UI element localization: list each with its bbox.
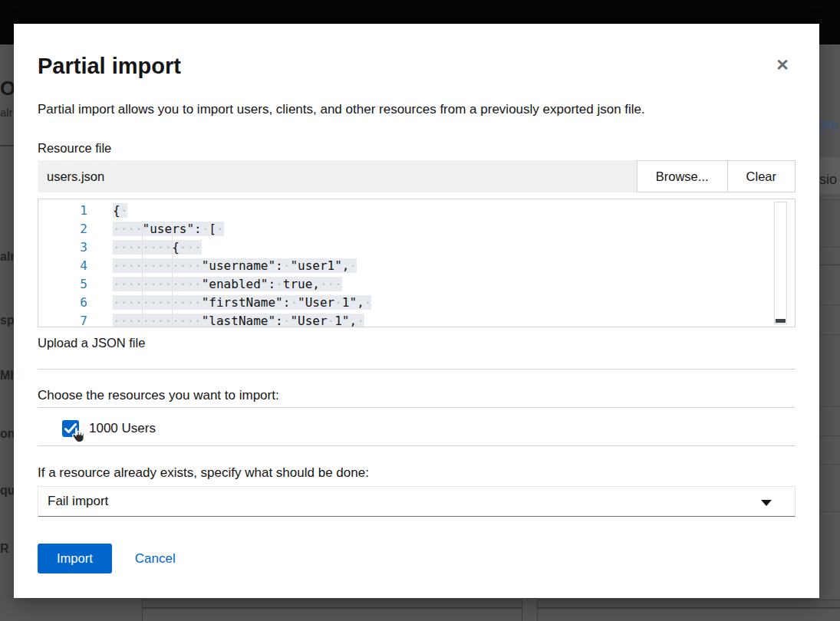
bg-divider (0, 145, 14, 146)
editor-scrollbar-thumb[interactable] (776, 319, 786, 323)
modal-title: Partial import (38, 53, 796, 79)
conflict-policy-select[interactable]: Fail import (38, 486, 796, 517)
divider (38, 407, 796, 408)
bg-row-line (819, 199, 840, 200)
divider (38, 369, 796, 370)
code-line: 3········{··· (38, 238, 795, 257)
editor-scrollbar[interactable] (774, 202, 787, 324)
bg-row-line (819, 304, 840, 305)
choose-resources-label: Choose the resources you want to import: (38, 388, 796, 403)
resource-file-label: Resource file (38, 140, 796, 156)
bg-text-fragment: sio (819, 172, 837, 188)
json-code-editor[interactable]: 1{·2····"users":·[·3········{···4·······… (38, 199, 796, 327)
bg-row-line (819, 334, 840, 335)
bg-row-line (819, 511, 840, 512)
clear-button[interactable]: Clear (727, 161, 795, 192)
file-buttons-group: Browse... Clear (637, 160, 796, 192)
bg-card (142, 600, 522, 621)
bg-text-fragment: R (0, 542, 9, 556)
file-upload-row: users.json Browse... Clear (38, 160, 796, 192)
divider (38, 445, 796, 446)
bg-link-fragment: ore (818, 117, 838, 133)
bg-text-fragment: qu (0, 484, 15, 498)
browse-button[interactable]: Browse... (637, 161, 727, 192)
code-line: 2····"users":·[· (38, 220, 795, 238)
chevron-down-icon (761, 500, 772, 506)
conflict-policy-label: If a resource already exists, specify wh… (38, 465, 796, 481)
users-checkbox[interactable] (62, 420, 79, 437)
modal-actions: Import Cancel (38, 544, 796, 573)
bg-text-fragment: alr (0, 106, 13, 119)
bg-row-line (819, 264, 840, 265)
bg-card (537, 600, 840, 621)
users-checkbox-label[interactable]: 1000 Users (89, 421, 156, 436)
code-line: 5············"enabled":·true,··· (38, 275, 795, 294)
bg-row-line (819, 247, 840, 248)
close-icon[interactable]: ✕ (772, 54, 793, 76)
selected-option: Fail import (48, 494, 108, 509)
upload-helper-text: Upload a JSON file (38, 336, 796, 350)
code-line: 1{· (38, 202, 795, 220)
indent-guide (172, 221, 173, 327)
users-checkbox-row: 1000 Users (38, 417, 796, 440)
code-line: 6············"firstName":·"User·1",· (38, 294, 795, 312)
bg-text-fragment: MI (0, 369, 14, 383)
import-button[interactable]: Import (38, 544, 112, 573)
bg-row-line (819, 464, 840, 465)
code-line: 4············"username":·"user1",· (38, 257, 795, 275)
filename-field[interactable]: users.json (38, 160, 637, 192)
code-line: 7············"lastName":·"User·1",· (38, 312, 795, 327)
cancel-button[interactable]: Cancel (135, 551, 176, 567)
code-lines: 1{·2····"users":·[·3········{···4·······… (38, 202, 795, 327)
bg-row-line (819, 435, 840, 436)
indent-guide (142, 221, 143, 327)
bg-row-line (819, 406, 840, 407)
check-icon (64, 423, 77, 434)
partial-import-modal: Partial import ✕ Partial import allows y… (14, 24, 819, 598)
modal-description: Partial import allows you to import user… (38, 101, 796, 118)
